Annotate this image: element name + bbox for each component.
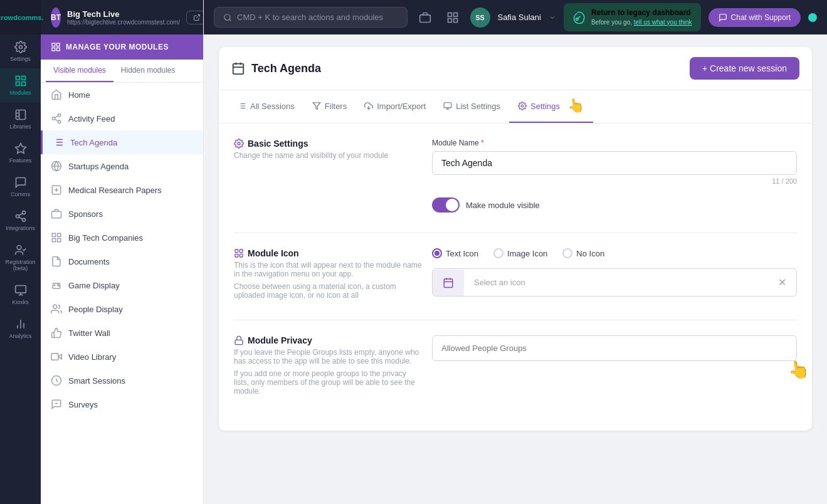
nav-kiosks-label: Kiosks: [12, 299, 29, 305]
icon-select-placeholder: Select an icon: [464, 270, 768, 295]
nav-integrations[interactable]: Integrations: [0, 204, 41, 238]
radio-no-icon-circle: [562, 248, 572, 258]
icon-select-bar[interactable]: Select an icon ✕: [432, 268, 797, 297]
sidebar-item-smart-sessions[interactable]: Smart Sessions: [41, 369, 203, 392]
radio-no-icon[interactable]: No Icon: [562, 248, 604, 258]
cursor-hand-2-icon: 👆: [786, 357, 811, 382]
event-url: https://bigtechtive.crowdcommstest.com/: [67, 19, 180, 26]
chat-support-button[interactable]: Chat with Support: [708, 8, 801, 27]
section-right-icon: Text Icon Image Icon No: [432, 248, 797, 297]
sidebar-item-people-display[interactable]: People Display: [41, 297, 203, 321]
privacy-desc2: If you add one or more people groups to …: [234, 369, 422, 396]
briefcase-icon-button[interactable]: [415, 8, 435, 28]
svg-point-49: [53, 305, 57, 308]
legacy-link[interactable]: tell us what you think: [634, 19, 692, 26]
section-divider-1: [234, 233, 797, 233]
svg-point-48: [58, 285, 60, 286]
logo-area: crowdcomms.: [0, 0, 41, 34]
sidebar-item-documents[interactable]: Documents: [41, 249, 203, 273]
search-bar[interactable]: CMD + K to search actions and modules: [214, 7, 408, 28]
radio-text-icon[interactable]: Text Icon: [432, 248, 478, 258]
visibility-toggle-row: Make module visible: [432, 197, 797, 213]
module-icon-title: Module Icon: [234, 248, 422, 258]
nav-registration[interactable]: Registration (beta): [0, 238, 41, 278]
nav-kiosks[interactable]: Kiosks: [0, 278, 41, 312]
svg-rect-1: [16, 76, 19, 80]
manage-modules-button[interactable]: MANAGE YOUR MODULES: [41, 34, 203, 60]
nav-libraries[interactable]: Libraries: [0, 102, 41, 136]
nav-comms[interactable]: Comms: [0, 170, 41, 204]
sidebar-item-home[interactable]: Home: [41, 83, 203, 107]
basic-settings-header: Basic Settings Change the name and visib…: [234, 139, 797, 213]
avatar: SS: [470, 8, 490, 28]
tab-visible-modules[interactable]: Visible modules: [46, 60, 113, 82]
visibility-toggle[interactable]: [432, 197, 460, 213]
grid-icon-button[interactable]: [443, 8, 463, 28]
legacy-dashboard-btn[interactable]: Return to legacy dashboard Before you go…: [564, 3, 701, 31]
sidebar-item-surveys[interactable]: Surveys: [41, 392, 203, 416]
sidebar-item-startups-agenda[interactable]: Startups Agenda: [41, 154, 203, 178]
svg-rect-22: [52, 48, 55, 51]
section-right-basic: Module Name * 11 / 200 Make modu: [432, 139, 797, 213]
svg-rect-40: [52, 211, 61, 218]
sidebar-item-twitter-wall[interactable]: Twitter Wall: [41, 321, 203, 345]
svg-rect-82: [240, 254, 243, 257]
svg-point-61: [576, 18, 578, 19]
nav-modules-label: Modules: [9, 90, 31, 96]
chevron-down-icon: [549, 14, 556, 21]
sidebar-item-medical-research[interactable]: Medical Research Papers: [41, 178, 203, 202]
nav-libraries-label: Libraries: [9, 123, 31, 130]
tab-all-sessions[interactable]: All Sessions: [229, 90, 303, 123]
logo-text: crowdcomms.: [0, 14, 44, 21]
svg-line-19: [196, 14, 200, 18]
nav-features[interactable]: Features: [0, 136, 41, 170]
svg-point-0: [19, 46, 22, 49]
svg-rect-59: [448, 18, 451, 22]
module-name-field: Module Name * 11 / 200: [432, 139, 797, 185]
sidebar-item-video-library[interactable]: Video Library: [41, 345, 203, 369]
radio-image-icon[interactable]: Image Icon: [493, 248, 547, 258]
icon-select-clear-button[interactable]: ✕: [768, 269, 796, 296]
svg-rect-79: [235, 249, 238, 253]
tab-settings[interactable]: Settings 👆: [509, 90, 593, 123]
sidebar-item-activity-feed[interactable]: Activity Feed: [41, 107, 203, 130]
privacy-desc1: If you leave the People Groups lists emp…: [234, 348, 422, 365]
event-name: Big Tech Live: [67, 9, 180, 19]
card-header: Tech Agenda + Create new session: [219, 47, 812, 90]
basic-settings-icon: [234, 139, 244, 149]
tab-filters[interactable]: Filters: [303, 90, 356, 123]
search-placeholder: CMD + K to search actions and modules: [237, 13, 383, 22]
svg-marker-72: [313, 103, 320, 110]
svg-rect-58: [453, 13, 457, 16]
sidebar-item-sponsors[interactable]: Sponsors: [41, 202, 203, 226]
nav-features-label: Features: [9, 157, 32, 164]
calendar-icon: [443, 277, 454, 288]
nav-modules[interactable]: Modules: [0, 68, 41, 102]
svg-rect-62: [233, 64, 244, 75]
sidebar-item-game-display[interactable]: Game Display: [41, 273, 203, 297]
sidebar-item-tech-agenda[interactable]: Tech Agenda: [41, 130, 203, 154]
settings-icon: [518, 102, 527, 110]
list-icon: [238, 102, 246, 110]
tab-list-settings[interactable]: List Settings: [435, 90, 509, 123]
card-body: Basic Settings Change the name and visib…: [219, 123, 812, 431]
svg-rect-41: [52, 233, 55, 236]
allowed-people-groups-input[interactable]: [432, 335, 797, 361]
main-content-card: Tech Agenda + Create new session All Ses…: [219, 47, 812, 431]
create-session-button[interactable]: + Create new session: [690, 57, 799, 80]
sidebar-item-big-tech[interactable]: Big Tech Companies: [41, 226, 203, 249]
open-event-button[interactable]: Open: [186, 11, 204, 24]
sidebar-navigation: Home Activity Feed Tech Agenda Startups …: [41, 83, 203, 504]
module-name-input[interactable]: [432, 151, 797, 175]
nav-analytics[interactable]: Analytics: [0, 312, 41, 345]
svg-rect-51: [51, 354, 58, 360]
nav-analytics-label: Analytics: [9, 333, 31, 339]
tab-import-export[interactable]: Import/Export: [356, 90, 435, 123]
tab-hidden-modules[interactable]: Hidden modules: [113, 60, 183, 82]
page-title: Tech Agenda: [251, 62, 321, 75]
icon-type-options: Text Icon Image Icon No: [432, 248, 797, 258]
nav-settings[interactable]: Settings: [0, 34, 41, 68]
card-tabs: All Sessions Filters Import/Export List …: [219, 90, 812, 123]
top-header: CMD + K to search actions and modules SS…: [204, 0, 827, 34]
module-privacy-header: Module Privacy If you leave the People G…: [234, 335, 797, 396]
